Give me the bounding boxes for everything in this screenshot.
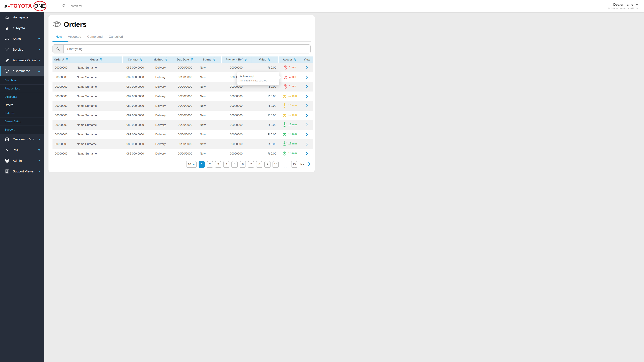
next-page-button[interactable]: Next <box>300 162 310 167</box>
cell-view <box>301 120 313 130</box>
cell-view <box>301 130 313 139</box>
view-order-button[interactable] <box>305 65 309 70</box>
cell-payment_ref: 00000000 <box>221 120 251 130</box>
page-8-button[interactable]: 8 <box>256 161 262 168</box>
col-guest-header[interactable]: Guest <box>70 56 122 63</box>
sidebar-subitem-dealer-setup[interactable]: Dealer Setup <box>0 117 44 126</box>
table-row: 00000000Name Surname082 000 0000Delivery… <box>52 130 313 139</box>
tab-completed[interactable]: Completed <box>87 32 103 41</box>
sidebar-item-homepage[interactable]: Homepage <box>0 12 44 23</box>
tab-new[interactable]: New <box>56 32 62 41</box>
page-3-button[interactable]: 3 <box>215 161 221 168</box>
view-order-button[interactable] <box>305 132 309 137</box>
cell-accept: 10 min <box>278 91 301 101</box>
cell-guest: Name Surname <box>70 130 122 139</box>
page-6-button[interactable]: 6 <box>240 161 246 168</box>
sort-icon <box>244 57 247 62</box>
sidebar-subitem-discounts[interactable]: Discounts <box>0 93 44 101</box>
cell-status: New <box>197 130 221 139</box>
sidebar-item-support-viewer[interactable]: Support Viewer <box>0 166 44 177</box>
cell-method: Delivery <box>148 82 173 91</box>
view-order-button[interactable] <box>305 94 309 98</box>
col-method-header[interactable]: Method <box>148 56 173 63</box>
cell-method: Delivery <box>148 111 173 120</box>
page-15-button[interactable]: 15 <box>291 161 297 168</box>
stopwatch-icon <box>282 113 287 117</box>
cell-due: 00/00/0000 <box>173 120 197 130</box>
sidebar-item-label: eCommerce <box>13 69 30 73</box>
col-view-header[interactable]: View <box>301 56 313 63</box>
cell-accept: 10 min <box>278 111 301 120</box>
cell-due: 00/00/0000 <box>173 139 197 149</box>
cart-icon <box>4 68 10 73</box>
cell-due: 00/00/0000 <box>173 63 197 72</box>
orders-filter-input[interactable] <box>64 45 310 53</box>
global-search-placeholder: Search for... <box>68 4 85 8</box>
page-5-button[interactable]: 5 <box>232 161 238 168</box>
sidebar-item-ecommerce[interactable]: eCommerce <box>0 66 44 76</box>
view-order-button[interactable] <box>305 113 309 118</box>
cell-payment_ref: 00000000 <box>221 130 251 139</box>
view-order-button[interactable] <box>305 151 309 156</box>
stopwatch-icon <box>282 141 287 146</box>
cell-contact: 082 000 0000 <box>122 120 148 130</box>
view-order-button[interactable] <box>305 84 309 89</box>
sidebar-subitem-support[interactable]: Support <box>0 126 44 134</box>
tab-accepted[interactable]: Accepted <box>68 32 81 41</box>
pen-icon <box>4 58 10 63</box>
page-4-button[interactable]: 4 <box>223 161 230 168</box>
page-size-select[interactable]: 10 <box>186 161 196 168</box>
col-contact-header[interactable]: Contact <box>122 56 148 63</box>
sidebar-subitem-product-list[interactable]: Product List <box>0 85 44 93</box>
col-order-header[interactable]: Order # <box>52 56 70 63</box>
cell-guest: Name Surname <box>70 101 122 111</box>
col-status-header[interactable]: Status <box>197 56 221 63</box>
cell-due: 00/00/0000 <box>173 82 197 91</box>
view-order-button[interactable] <box>305 75 309 79</box>
col-accept-header[interactable]: Accept <box>278 56 301 63</box>
sidebar-item-customer-care[interactable]: Customer Care <box>0 134 44 145</box>
page-7-button[interactable]: 7 <box>248 161 254 168</box>
cell-view <box>301 63 313 72</box>
page-9-button[interactable]: 9 <box>264 161 270 168</box>
sort-icon <box>66 57 68 62</box>
cell-due: 00/00/0000 <box>173 101 197 111</box>
page-10-button[interactable]: 10 <box>272 161 279 168</box>
orders-table-wrap: Order #GuestContactMethodDue DateStatusP… <box>52 56 310 158</box>
table-row: 00000000Name Surname082 000 0000Delivery… <box>52 111 313 120</box>
page-2-button[interactable]: 2 <box>207 161 213 168</box>
cell-due: 00/00/0000 <box>173 149 197 158</box>
page-1-button[interactable]: 1 <box>198 161 205 168</box>
sidebar: Homepageee-ToyotaSalesServiceAutomark On… <box>0 12 44 181</box>
sidebar-item-sales[interactable]: Sales <box>0 33 44 44</box>
sidebar-item-service[interactable]: Service <box>0 44 44 55</box>
cell-method: Delivery <box>148 63 173 72</box>
sidebar-subitem-orders[interactable]: Orders <box>0 101 44 109</box>
col-value-header[interactable]: Value <box>251 56 278 63</box>
sidebar-subitem-returns[interactable]: Returns <box>0 109 44 117</box>
table-row: 00000000Name Surname082 000 0000Delivery… <box>52 120 313 130</box>
sidebar-item-e-toyota[interactable]: ee-Toyota <box>0 23 44 33</box>
cell-status: New <box>197 63 221 72</box>
table-row: 00000000Name Surname082 000 0000Delivery… <box>52 101 313 111</box>
sidebar-item-label: Admin <box>13 159 22 163</box>
view-order-button[interactable] <box>305 142 309 146</box>
cell-contact: 082 000 0000 <box>122 149 148 158</box>
sidebar-item-automark-online[interactable]: Automark Online <box>0 55 44 66</box>
cell-status: New <box>197 101 221 111</box>
cell-payment_ref: 00000000 <box>221 149 251 158</box>
cell-contact: 082 000 0000 <box>122 63 148 72</box>
cell-contact: 082 000 0000 <box>122 91 148 101</box>
sidebar-item-admin[interactable]: Admin <box>0 155 44 166</box>
global-search[interactable]: Search for... <box>57 4 85 8</box>
col-payment-ref-header[interactable]: Payment Ref <box>221 56 251 63</box>
caret-down-icon <box>38 59 40 61</box>
col-due-date-header[interactable]: Due Date <box>173 56 197 63</box>
tab-cancelled[interactable]: Cancelled <box>109 32 123 41</box>
sidebar-item-pse[interactable]: PSE <box>0 145 44 155</box>
sidebar-subitem-dashboard[interactable]: Dashboard <box>0 76 44 85</box>
view-order-button[interactable] <box>305 104 309 108</box>
cell-value: R 0.00 <box>251 63 278 72</box>
view-order-button[interactable] <box>305 123 309 127</box>
sidebar-item-label: PSE <box>13 148 19 152</box>
